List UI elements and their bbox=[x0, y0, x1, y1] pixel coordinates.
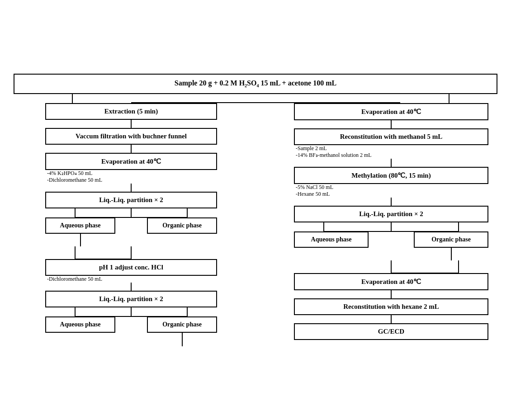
title-box: Sample 20 g + 0.2 M H2SO4 15 mL + aceton… bbox=[14, 74, 497, 94]
top-connector-row bbox=[14, 94, 497, 103]
rb1-lv bbox=[323, 222, 324, 231]
rr1-rv bbox=[458, 260, 459, 273]
r-evap1-box: Evaporation at 40℃ bbox=[294, 103, 488, 120]
r-recon1-n1: -Sample 2 mL bbox=[294, 145, 488, 152]
l-evap1-wrap: Evaporation at 40℃ -4% K₂HPO₄ 50 mL -Dic… bbox=[45, 153, 217, 184]
r-evap2-box: Evaporation at 40℃ bbox=[294, 273, 488, 290]
title-text: Sample 20 g + 0.2 M H2SO4 15 mL + aceton… bbox=[175, 79, 336, 87]
conn-tl bbox=[72, 94, 73, 103]
lc5 bbox=[131, 283, 132, 291]
rc2 bbox=[391, 159, 392, 167]
r-aq1-col: Aqueous phase bbox=[294, 231, 369, 260]
lb1-cv bbox=[131, 208, 132, 217]
l-vacc-box: Vaccum filtration with buchner funnel bbox=[45, 128, 217, 145]
l-split1: Aqueous phase Organic phase bbox=[45, 217, 217, 246]
r-recon2-box: Reconstitution with hexane 2 mL bbox=[294, 298, 488, 315]
lc-org2-down bbox=[182, 333, 183, 346]
top-left-conn bbox=[14, 94, 131, 103]
r-methyl-n1: -5% NaCl 50 mL bbox=[294, 184, 488, 191]
top-h-conn bbox=[131, 94, 400, 103]
l-org1-col: Organic phase bbox=[147, 217, 217, 246]
l-ph-box: pH 1 adjust conc. HCl bbox=[45, 259, 217, 276]
l-evap1-n2: -Dichloromethane 50 mL bbox=[45, 177, 217, 184]
lb2-h bbox=[75, 316, 188, 317]
l-aq2-box: Aqueous phase bbox=[45, 316, 115, 333]
l-ph-wrap: pH 1 adjust conc. HCl -Dichloromethane 5… bbox=[45, 259, 217, 283]
lc3 bbox=[131, 184, 132, 192]
rc6 bbox=[391, 315, 392, 323]
lc1 bbox=[131, 120, 132, 128]
top-right-conn bbox=[400, 94, 497, 103]
r-aq1-box: Aqueous phase bbox=[294, 231, 369, 248]
right-column: Evaporation at 40℃ Reconstitution with m… bbox=[285, 103, 497, 340]
conn-tr bbox=[449, 94, 449, 103]
l-aq2-col: Aqueous phase bbox=[45, 316, 115, 346]
r-rejoin1 bbox=[294, 260, 488, 273]
l-org2-box: Organic phase bbox=[147, 316, 217, 333]
lb2-lv bbox=[75, 307, 76, 316]
l-ext-box: Extraction (5 min) bbox=[45, 103, 217, 120]
l-liq2-box: Liq.-Liq. partition × 2 bbox=[45, 291, 217, 307]
lc2 bbox=[131, 145, 132, 153]
r-branch1 bbox=[294, 222, 488, 231]
lb2-cv bbox=[131, 307, 132, 316]
r-org1-box: Organic phase bbox=[414, 231, 488, 248]
rc3 bbox=[391, 198, 392, 206]
lr1-cv bbox=[131, 246, 132, 259]
r-methyl-box: Methylation (80℃, 15 min) bbox=[294, 167, 488, 184]
lb1-h bbox=[75, 217, 188, 218]
r-recon1-box: Reconstitution with methanol 5 mL bbox=[294, 128, 488, 145]
lr1-h bbox=[75, 259, 131, 260]
rb1-rv bbox=[458, 222, 459, 231]
r-methyl-wrap: Methylation (80℃, 15 min) -5% NaCl 50 mL… bbox=[294, 167, 488, 198]
r-methyl-n2: -Hexane 50 mL bbox=[294, 191, 488, 198]
rc1 bbox=[391, 120, 392, 128]
r-split1: Aqueous phase Organic phase bbox=[294, 231, 488, 260]
rb1-cv bbox=[391, 222, 392, 231]
rr1-cv bbox=[391, 260, 392, 273]
l-branch1 bbox=[45, 208, 217, 217]
l-evap1-box: Evaporation at 40℃ bbox=[45, 153, 217, 170]
l-liq1-box: Liq.-Liq. partition × 2 bbox=[45, 192, 217, 208]
l-split2: Aqueous phase Organic phase bbox=[45, 316, 217, 346]
r-liq1-box: Liq.-Liq. partition × 2 bbox=[294, 206, 488, 222]
rb1-h bbox=[323, 231, 459, 232]
rc-org1-down bbox=[451, 248, 452, 260]
r-recon1-n2: -14% BF₃-methanol solution 2 mL bbox=[294, 152, 488, 159]
lc-aq1-down bbox=[80, 234, 81, 246]
l-rejoin1 bbox=[45, 246, 217, 259]
l-aq1-col: Aqueous phase bbox=[45, 217, 115, 246]
l-aq1-box: Aqueous phase bbox=[45, 217, 115, 234]
lb1-rv bbox=[187, 208, 188, 217]
l-branch2 bbox=[45, 307, 217, 316]
r-org1-col: Organic phase bbox=[414, 231, 488, 260]
lr1-lv bbox=[75, 246, 76, 259]
lb2-rv bbox=[187, 307, 188, 316]
rr1-h bbox=[391, 273, 459, 274]
l-org1-box: Organic phase bbox=[147, 217, 217, 234]
main-columns: Extraction (5 min) Vaccum filtration wit… bbox=[14, 103, 497, 346]
lb1-lv bbox=[75, 208, 76, 217]
r-gcecd-box: GC/ECD bbox=[294, 323, 488, 340]
rc5 bbox=[391, 290, 392, 298]
l-evap1-n1: -4% K₂HPO₄ 50 mL bbox=[45, 170, 217, 177]
left-column: Extraction (5 min) Vaccum filtration wit… bbox=[14, 103, 249, 346]
l-org2-col: Organic phase bbox=[147, 316, 217, 346]
l-ph-n1: -Dichloromethane 50 mL bbox=[45, 276, 217, 283]
r-recon1-wrap: Reconstitution with methanol 5 mL -Sampl… bbox=[294, 128, 488, 159]
